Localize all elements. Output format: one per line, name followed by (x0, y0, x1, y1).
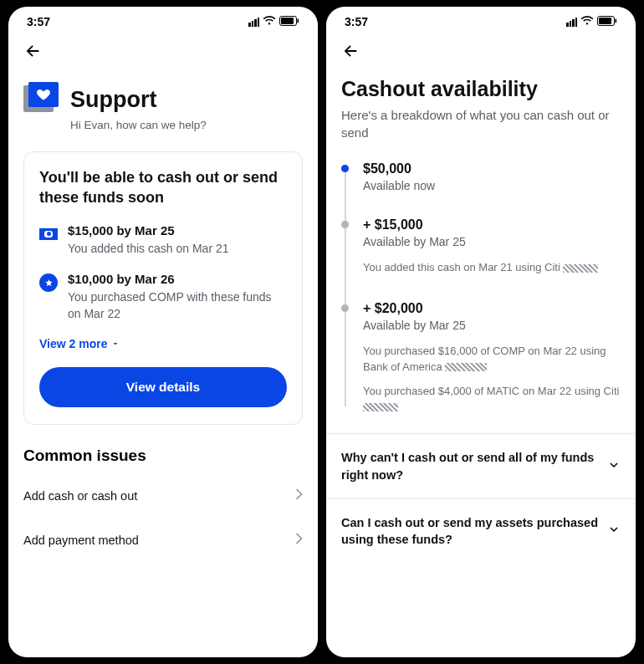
issue-label: Add payment method (23, 534, 139, 547)
issue-label: Add cash or cash out (23, 489, 137, 503)
status-icons (248, 15, 299, 28)
status-time: 3:57 (345, 15, 368, 28)
chevron-down-icon (607, 458, 621, 475)
cashout-card: You'll be able to cash out or send these… (23, 151, 303, 425)
status-icons (566, 15, 617, 28)
page-subtitle: Hi Evan, how can we help? (70, 119, 303, 131)
back-button[interactable] (23, 42, 42, 60)
redacted-account (363, 403, 398, 411)
timeline-item: + $20,000 Available by Mar 25 You purcha… (363, 301, 621, 415)
redacted-account (563, 264, 598, 273)
svg-rect-4 (599, 18, 611, 24)
svg-rect-1 (281, 18, 294, 24)
faq-question: Can I cash out or send my assets purchas… (341, 514, 599, 549)
page-header: Support (23, 82, 303, 117)
fund-item: $15,000 by Mar 25 You added this cash on… (39, 223, 287, 258)
common-issues-title: Common issues (23, 447, 303, 465)
battery-icon (279, 15, 299, 28)
view-more-label: View 2 more (39, 337, 107, 350)
svg-rect-5 (616, 19, 617, 23)
signal-icon (566, 18, 577, 27)
status-bar: 3:57 (326, 7, 636, 37)
timeline-dot (341, 221, 349, 228)
card-title: You'll be able to cash out or send these… (39, 167, 287, 208)
page-subtitle: Here's a breakdown of what you can cash … (341, 106, 621, 141)
faq-question: Why can't I cash out or send all of my f… (341, 449, 599, 483)
support-heart-icon (23, 82, 59, 117)
status-bar: 3:57 (8, 7, 318, 37)
timeline-availability: Available by Mar 25 (363, 235, 621, 248)
chevron-down-icon (110, 339, 120, 349)
issue-row-add-payment[interactable]: Add payment method (23, 518, 303, 562)
timeline-amount: $50,000 (363, 161, 621, 176)
nav-bar (8, 37, 318, 65)
wifi-icon (580, 15, 594, 28)
chevron-right-icon (295, 533, 303, 547)
status-time: 3:57 (27, 15, 50, 28)
cash-icon (39, 225, 58, 243)
chevron-down-icon (607, 523, 621, 539)
cashout-screen: 3:57 Cashout availability Here's a break… (326, 7, 636, 657)
timeline-amount: + $15,000 (363, 217, 621, 232)
redacted-account (445, 363, 487, 371)
timeline-dot-active (341, 165, 349, 172)
faq-row[interactable]: Why can't I cash out or send all of my f… (326, 434, 636, 499)
star-icon (39, 273, 58, 292)
fund-item: $10,000 by Mar 26 You purchased COMP wit… (39, 272, 287, 322)
support-screen: 3:57 (8, 7, 318, 657)
timeline-availability: Available by Mar 25 (363, 319, 621, 332)
svg-rect-2 (298, 19, 299, 23)
back-button[interactable] (341, 42, 360, 60)
timeline-item: + $15,000 Available by Mar 25 You added … (363, 217, 621, 276)
timeline-detail: You added this cash on Mar 21 using Citi (363, 260, 621, 276)
faq-row[interactable]: Can I cash out or send my assets purchas… (326, 499, 636, 564)
signal-icon (248, 18, 259, 27)
fund-desc: You added this cash on Mar 21 (68, 241, 229, 258)
wifi-icon (263, 15, 276, 28)
timeline-detail: You purchased $16,000 of COMP on Mar 22 … (363, 344, 621, 375)
timeline-dot (341, 304, 349, 312)
page-title: Cashout availability (341, 77, 621, 101)
fund-amount: $15,000 by Mar 25 (68, 223, 229, 238)
nav-bar (326, 37, 636, 65)
timeline-amount: + $20,000 (363, 301, 621, 316)
chevron-right-icon (295, 488, 303, 503)
page-title: Support (70, 87, 156, 113)
timeline-item: $50,000 Available now (363, 161, 621, 192)
battery-icon (597, 15, 617, 28)
fund-amount: $10,000 by Mar 26 (68, 272, 287, 286)
fund-desc: You purchased COMP with these funds on M… (68, 289, 287, 322)
timeline-availability: Available now (363, 179, 621, 192)
faq-section: Why can't I cash out or send all of my f… (326, 433, 636, 563)
timeline: $50,000 Available now + $15,000 Availabl… (341, 161, 621, 415)
issue-row-add-cash[interactable]: Add cash or cash out (23, 473, 303, 518)
view-details-button[interactable]: View details (39, 367, 287, 407)
timeline-detail: You purchased $4,000 of MATIC on Mar 22 … (363, 384, 621, 416)
view-more-link[interactable]: View 2 more (39, 337, 287, 350)
